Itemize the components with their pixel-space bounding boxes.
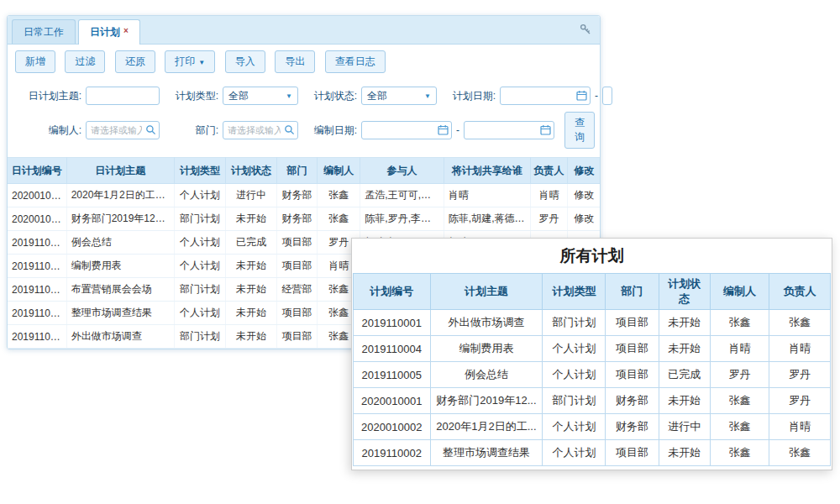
search-icon[interactable] bbox=[284, 124, 295, 138]
cell-department: 经营部 bbox=[276, 278, 317, 302]
column-header: 计划状态 bbox=[659, 274, 710, 310]
key-icon[interactable] bbox=[580, 24, 591, 39]
column-header: 计划状态 bbox=[225, 158, 276, 184]
cell-creator: 张鑫 bbox=[710, 414, 769, 440]
cell-department: 财务部 bbox=[606, 388, 659, 414]
created-date-from-field bbox=[361, 121, 452, 139]
cell-plan-status: 未开始 bbox=[225, 325, 276, 349]
cell-department: 财务部 bbox=[276, 184, 317, 207]
column-header: 编制人 bbox=[318, 158, 360, 184]
cell-plan-id[interactable]: 2019110002 bbox=[8, 302, 66, 325]
cell-plan-id[interactable]: 2019110003 bbox=[8, 278, 66, 302]
tab-daily-work[interactable]: 日常工作 bbox=[12, 19, 76, 44]
cell-owner: 罗丹 bbox=[769, 362, 831, 388]
cell-subject[interactable]: 外出做市场调查 bbox=[66, 325, 174, 349]
cell-owner[interactable]: 罗丹 bbox=[530, 207, 568, 231]
cell-owner: 张鑫 bbox=[769, 440, 831, 466]
plan-date-to-input[interactable] bbox=[602, 87, 612, 105]
export-button[interactable]: 导出 bbox=[275, 50, 315, 73]
column-header: 日计划主题 bbox=[66, 158, 174, 184]
add-button[interactable]: 新增 bbox=[15, 50, 55, 73]
print-button[interactable]: 打印▼ bbox=[165, 50, 215, 73]
cell-department: 项目部 bbox=[606, 336, 659, 362]
cell-participants: 孟浩,王可可,肖晴,张鑫 bbox=[360, 184, 444, 207]
cell-subject[interactable]: 编制费用表 bbox=[66, 255, 174, 278]
plan-status-select[interactable]: 全部 ▼ bbox=[361, 87, 437, 105]
cell-creator: 肖晴 bbox=[710, 336, 769, 362]
subject-input[interactable] bbox=[86, 87, 160, 105]
cell-department: 项目部 bbox=[276, 255, 317, 278]
cell-plan-type: 部门计划 bbox=[175, 325, 226, 349]
cell-plan-type: 个人计划 bbox=[543, 414, 606, 440]
created-date-label: 编制日期: bbox=[298, 123, 357, 138]
cell-owner[interactable]: 肖晴 bbox=[530, 184, 568, 207]
table-header-row: 计划编号计划主题计划类型部门计划状态编制人负责人 bbox=[354, 274, 831, 310]
cell-creator: 罗丹 bbox=[710, 362, 769, 388]
cell-creator: 张鑫 bbox=[318, 184, 360, 207]
cell-plan-status: 已完成 bbox=[225, 231, 276, 255]
page-title: 所有计划 bbox=[353, 239, 831, 273]
column-header: 计划类型 bbox=[175, 158, 226, 184]
cell-department: 项目部 bbox=[606, 310, 659, 336]
table-row: 2020010001财务部门2019年12月的...部门计划未开始财务部张鑫陈菲… bbox=[8, 207, 600, 231]
plan-type-value: 全部 bbox=[228, 89, 249, 103]
desktop: 日常工作 日计划× 新增 过滤 还原 打印▼ 导入 导出 查看日志 日计划主 bbox=[0, 0, 840, 504]
cell-creator: 张鑫 bbox=[710, 440, 769, 466]
plan-type-label: 计划类型: bbox=[160, 89, 218, 103]
search-icon[interactable] bbox=[145, 124, 156, 138]
department-label: 部门: bbox=[160, 123, 218, 138]
cell-plan-status: 未开始 bbox=[225, 302, 276, 325]
cell-subject[interactable]: 例会总结 bbox=[66, 231, 174, 255]
table-row: 20200100022020年1月2日的工...个人计划财务部进行中张鑫肖晴 bbox=[354, 414, 831, 440]
column-header: 计划编号 bbox=[354, 274, 431, 310]
calendar-icon[interactable] bbox=[576, 90, 587, 103]
cell-subject[interactable]: 布置营销展会会场 bbox=[66, 278, 174, 302]
cell-edit-link[interactable]: 修改 bbox=[568, 184, 600, 207]
table-row: 2019110001外出做市场调查部门计划项目部未开始张鑫张鑫 bbox=[354, 310, 831, 336]
calendar-icon[interactable] bbox=[540, 124, 551, 138]
tab-label: 日常工作 bbox=[24, 26, 64, 38]
cell-plan-type: 个人计划 bbox=[175, 184, 226, 207]
cell-subject: 整理市场调查结果 bbox=[430, 440, 543, 466]
view-log-button[interactable]: 查看日志 bbox=[325, 50, 386, 73]
search-button[interactable]: 查询 bbox=[564, 112, 595, 149]
cell-subject: 2020年1月2日的工... bbox=[430, 414, 543, 440]
cell-edit-link[interactable]: 修改 bbox=[568, 207, 600, 231]
cell-subject[interactable]: 财务部门2019年12月的... bbox=[66, 207, 174, 231]
cell-plan-type: 部门计划 bbox=[175, 207, 226, 231]
cell-plan-id[interactable]: 2020010001 bbox=[8, 207, 66, 231]
cell-plan-id[interactable]: 2019110001 bbox=[8, 325, 66, 349]
close-icon[interactable]: × bbox=[123, 26, 129, 35]
cell-plan-status: 未开始 bbox=[659, 388, 710, 414]
cell-plan-id[interactable]: 2020010002 bbox=[8, 184, 66, 207]
cell-plan-status: 进行中 bbox=[225, 184, 276, 207]
cell-participants: 陈菲,罗丹,李若若,罗... bbox=[360, 207, 444, 231]
filter-row-1: 日计划主题: 计划类型: 全部 ▼ 计划状态: 全部 ▼ 计划日期: bbox=[16, 87, 591, 105]
cell-plan-type: 部门计划 bbox=[543, 310, 606, 336]
print-button-label: 打印 bbox=[175, 55, 195, 67]
restore-button[interactable]: 还原 bbox=[115, 50, 155, 73]
all-plans-window: 所有计划 计划编号计划主题计划类型部门计划状态编制人负责人 2019110001… bbox=[351, 238, 832, 470]
calendar-icon[interactable] bbox=[438, 124, 449, 138]
cell-plan-id[interactable]: 2019110005 bbox=[8, 231, 66, 255]
column-header: 将计划共享给谁 bbox=[444, 158, 530, 184]
tab-label: 日计划 bbox=[90, 26, 120, 38]
cell-plan-type: 部门计划 bbox=[543, 388, 606, 414]
cell-plan-id[interactable]: 2019110004 bbox=[8, 255, 66, 278]
tab-daily-plan[interactable]: 日计划× bbox=[78, 19, 140, 45]
cell-subject[interactable]: 整理市场调查结果 bbox=[66, 302, 174, 325]
cell-department: 项目部 bbox=[276, 325, 317, 349]
column-header: 参与人 bbox=[360, 158, 444, 184]
created-date-to-field bbox=[464, 121, 554, 139]
column-header: 部门 bbox=[606, 274, 659, 310]
import-button[interactable]: 导入 bbox=[225, 50, 265, 73]
cell-subject: 财务部门2019年12... bbox=[430, 388, 543, 414]
column-header: 部门 bbox=[276, 158, 317, 184]
cell-plan-id: 2020010002 bbox=[354, 414, 431, 440]
plan-type-select[interactable]: 全部 ▼ bbox=[223, 87, 298, 105]
cell-creator: 张鑫 bbox=[710, 310, 769, 336]
plan-status-value: 全部 bbox=[367, 89, 387, 103]
filter-button[interactable]: 过滤 bbox=[65, 50, 105, 73]
cell-owner: 肖晴 bbox=[769, 414, 831, 440]
cell-subject[interactable]: 2020年1月2日的工作日... bbox=[66, 184, 174, 207]
